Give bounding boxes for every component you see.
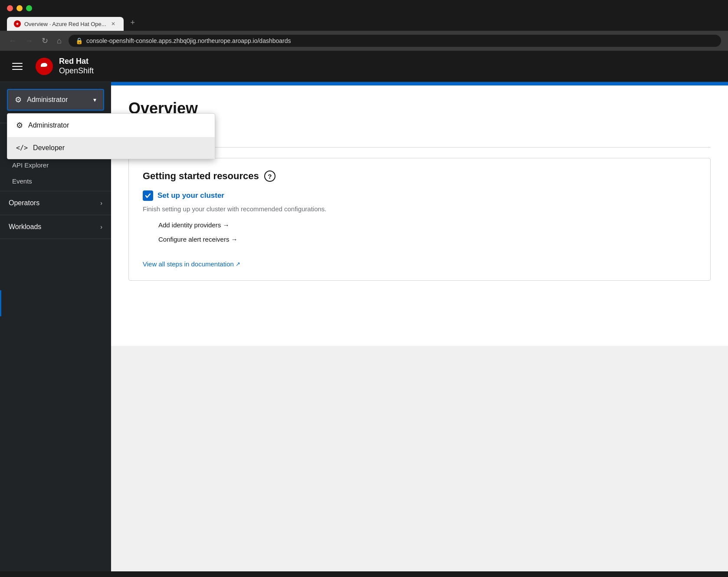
brand-text: Red Hat OpenShift (59, 57, 94, 75)
operators-label: Operators (9, 199, 39, 207)
developer-label: Developer (33, 144, 65, 152)
help-icon-label: ? (268, 173, 272, 180)
home-button[interactable]: ⌂ (55, 35, 63, 47)
sidebar-separator-4 (0, 239, 111, 239)
view-docs-row: View all steps in documentation ↗ (143, 253, 696, 268)
logo-area: Red Hat OpenShift (35, 57, 94, 76)
setup-cluster-row: Set up your cluster (143, 190, 696, 201)
redhat-logo (35, 57, 54, 76)
browser-chrome: Overview · Azure Red Hat Ope... ✕ + ← → … (0, 0, 728, 51)
traffic-light-yellow[interactable] (16, 5, 23, 11)
workloads-chevron-icon: › (100, 223, 102, 230)
top-nav: Red Hat OpenShift (0, 51, 728, 82)
help-icon[interactable]: ? (264, 170, 275, 182)
new-tab-button[interactable]: + (125, 15, 141, 31)
browser-toolbar: ← → ↻ ⌂ 🔒 console-openshift-console.apps… (0, 31, 728, 51)
forward-button[interactable]: → (23, 35, 35, 47)
events-label: Events (12, 177, 32, 185)
chevron-down-icon: ▾ (93, 96, 96, 103)
url-text: console-openshift-console.apps.zhbq0jig.… (86, 37, 291, 44)
dropdown-item-developer[interactable]: </> Developer (7, 137, 215, 159)
sidebar-separator-2 (0, 191, 111, 191)
developer-icon: </> (16, 144, 28, 152)
perspective-switcher: ⚙ Administrator ▾ ⚙ Administrator </> De… (0, 82, 111, 118)
brand-product: OpenShift (59, 66, 94, 76)
sidebar-item-api-explorer[interactable]: API Explorer (0, 157, 111, 173)
blue-header-bar (111, 82, 728, 85)
traffic-light-red[interactable] (7, 5, 13, 11)
sidebar-separator-3 (0, 215, 111, 215)
main-layout: ⚙ Administrator ▾ ⚙ Administrator </> De… (0, 82, 728, 571)
action-links: Add identity providers → Configure alert… (143, 220, 696, 245)
administrator-label: Administrator (28, 121, 69, 129)
sidebar-active-indicator (0, 290, 1, 316)
card-title: Getting started resources (143, 170, 259, 182)
sidebar-item-operators[interactable]: Operators › (0, 193, 111, 213)
gear-icon: ⚙ (15, 95, 22, 105)
tab-favicon (14, 20, 21, 27)
app-container: Red Hat OpenShift ⚙ Administrator ▾ ⚙ Ad… (0, 51, 728, 571)
lock-icon: 🔒 (75, 37, 83, 44)
dropdown-item-administrator[interactable]: ⚙ Administrator (7, 114, 215, 137)
perspective-label: Administrator (27, 96, 68, 104)
operators-chevron-icon: › (100, 200, 102, 207)
address-bar[interactable]: 🔒 console-openshift-console.apps.zhbq0ji… (69, 35, 721, 47)
tab-close-button[interactable]: ✕ (110, 20, 117, 27)
traffic-light-green[interactable] (26, 5, 32, 11)
setup-cluster-link[interactable]: Set up your cluster (157, 191, 224, 200)
back-button[interactable]: ← (7, 35, 18, 47)
perspective-switcher-button[interactable]: ⚙ Administrator ▾ (7, 89, 104, 111)
sidebar-item-workloads[interactable]: Workloads › (0, 217, 111, 237)
reload-button[interactable]: ↻ (40, 34, 50, 47)
perspective-dropdown: ⚙ Administrator </> Developer (7, 113, 215, 159)
check-icon (143, 190, 153, 201)
configure-alert-receivers-link[interactable]: Configure alert receivers → (158, 234, 696, 245)
view-docs-link[interactable]: View all steps in documentation ↗ (143, 260, 240, 268)
external-link-icon: ↗ (236, 261, 240, 267)
administrator-icon: ⚙ (16, 121, 23, 130)
setup-description: Finish setting up your cluster with reco… (143, 205, 696, 213)
traffic-lights (7, 5, 32, 11)
browser-tab-active[interactable]: Overview · Azure Red Hat Ope... ✕ (7, 17, 124, 31)
page-title: Overview (128, 99, 711, 118)
browser-titlebar (0, 0, 728, 15)
add-identity-providers-link[interactable]: Add identity providers → (158, 220, 696, 230)
hamburger-menu-button[interactable] (10, 61, 24, 72)
sidebar-item-events[interactable]: Events (0, 173, 111, 189)
workloads-label: Workloads (9, 223, 41, 231)
getting-started-card: Getting started resources ? Set up your … (128, 158, 711, 281)
brand-name: Red Hat (59, 57, 94, 66)
sidebar: ⚙ Administrator ▾ ⚙ Administrator </> De… (0, 82, 111, 571)
api-explorer-label: API Explorer (12, 161, 49, 169)
tabs-bar: Cluster (128, 128, 711, 148)
card-title-row: Getting started resources ? (143, 170, 696, 182)
view-docs-label: View all steps in documentation (143, 260, 234, 268)
tab-bar: Overview · Azure Red Hat Ope... ✕ + (0, 15, 728, 31)
tab-title: Overview · Azure Red Hat Ope... (24, 21, 106, 27)
